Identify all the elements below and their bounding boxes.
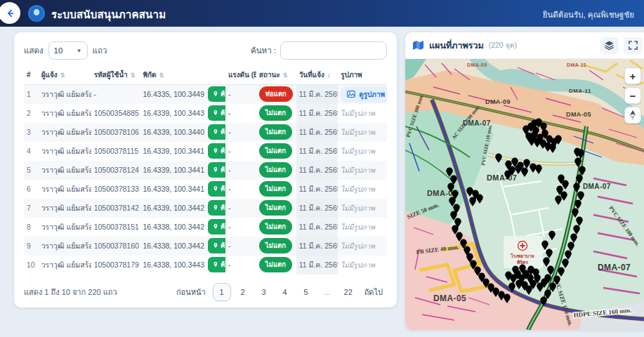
next-page-button[interactable]: ถัดไป xyxy=(360,283,387,301)
coordinates-value: 16.4339, 100.3441 xyxy=(143,147,204,155)
reporter-name: วราวุฒิ แย้มสร้อย xyxy=(39,85,91,104)
row-number: 7 xyxy=(24,199,39,218)
dma-label: DMA-05 xyxy=(566,111,591,118)
status-badge: ไม่แตก xyxy=(259,238,292,253)
column-header[interactable]: พิกัด⇅ xyxy=(140,66,225,85)
pagination: ก่อนหน้า12345...22ถัดไป xyxy=(172,283,387,301)
coordinates-cell: 16.4339, 100.3440ค้นหา xyxy=(140,123,225,142)
status-cell: ไม่แตก xyxy=(256,180,296,199)
water-user-code: 10500378160 xyxy=(91,237,140,256)
locate-button[interactable]: ค้นหา xyxy=(208,105,225,121)
view-images-label: ดูรูปภาพ (2) xyxy=(359,89,387,100)
status-badge: ไม่แตก xyxy=(259,219,292,234)
report-date: 11 มี.ค. 2569 xyxy=(296,218,338,237)
no-image-text: ไม่มีรูปภาพ xyxy=(341,128,375,136)
zoom-out-button[interactable]: − xyxy=(624,87,641,104)
page-number-button[interactable]: 2 xyxy=(234,283,252,301)
report-date: 11 มี.ค. 2569 xyxy=(296,161,338,180)
reporter-name: วราวุฒิ แย้มสร้อย xyxy=(39,161,91,180)
coordinates-value: 16.4339, 100.3442 xyxy=(143,204,204,212)
locate-button[interactable]: ค้นหา xyxy=(208,257,225,272)
coords-wrap: 16.4338, 100.3442ค้นหา xyxy=(143,238,223,253)
image-cell: ไม่มีรูปภาพ xyxy=(338,104,387,123)
report-date: 11 มี.ค. 2569 xyxy=(296,199,338,218)
fullscreen-button[interactable] xyxy=(624,37,643,54)
column-label: รหัสผู้ใช้น้ำ xyxy=(94,71,128,79)
status-badge: ไม่แตก xyxy=(259,143,292,159)
locate-button[interactable]: ค้นหา xyxy=(208,219,225,234)
locate-button[interactable]: ค้นหา xyxy=(208,86,225,102)
layers-button[interactable] xyxy=(600,37,619,54)
page-number-button[interactable]: 5 xyxy=(297,283,315,301)
locate-button[interactable]: ค้นหา xyxy=(208,181,225,197)
image-cell: ไม่มีรูปภาพ xyxy=(338,256,387,275)
page-number-button[interactable]: 22 xyxy=(339,283,357,301)
coordinates-cell: 16.4339, 100.3443ค้นหา xyxy=(140,104,225,123)
coordinates-value: 16.4338, 100.3442 xyxy=(143,242,204,250)
column-header[interactable]: ผู้แจ้ง⇅ xyxy=(39,66,91,85)
report-date: 11 มี.ค. 2569 xyxy=(296,142,338,161)
map-title: แผนที่ภาพรวม xyxy=(429,39,484,53)
dma-label: DMA-07 xyxy=(583,183,611,190)
reporter-name: วราวุฒิ แย้มสร้อย xyxy=(39,123,91,142)
page-size-select[interactable]: 10 ▼ xyxy=(48,41,88,60)
report-date: 11 มี.ค. 2569 xyxy=(296,256,338,275)
locate-button-label: ค้นหา xyxy=(221,164,225,175)
water-user-code: 10500378151 xyxy=(91,218,140,237)
image-cell: ไม่มีรูปภาพ xyxy=(338,237,387,256)
locate-button[interactable]: ค้นหา xyxy=(208,124,225,140)
view-images-button[interactable]: ดูรูปภาพ (2) xyxy=(341,86,387,103)
water-user-code: 10500378142 xyxy=(91,199,140,218)
hospital-marker: โรงพยาบาล พิจิตร xyxy=(504,236,543,268)
table-row: 8วราวุฒิ แย้มสร้อย1050037815116.4338, 10… xyxy=(24,218,387,237)
table-row: 1วราวุฒิ แย้มสร้อย-16.4335, 100.3449ค้นห… xyxy=(24,85,387,104)
reporter-name: วราวุฒิ แย้มสร้อย xyxy=(39,104,91,123)
page-number-button[interactable]: 4 xyxy=(276,283,294,301)
pressure-value: - xyxy=(225,256,256,275)
pagination-info: แสดง 1 ถึง 10 จาก 220 แถว xyxy=(24,286,117,298)
locate-button[interactable]: ค้นหา xyxy=(208,200,225,216)
map-pin-icon xyxy=(213,147,218,154)
table-row: 10วราวุฒิ แย้มสร้อย1050037817916.4338, 1… xyxy=(24,256,387,275)
map-render: โรงพยาบาล พิจิตร AC SIZE 100 mm.PVC SIZE… xyxy=(405,59,644,330)
page-number-button[interactable]: 3 xyxy=(255,283,273,301)
image-cell: ไม่มีรูปภาพ xyxy=(338,142,387,161)
map-canvas[interactable]: โรงพยาบาล พิจิตร AC SIZE 100 mm.PVC SIZE… xyxy=(405,59,644,330)
dma-label: DMA-07 xyxy=(598,263,631,272)
column-header[interactable]: สถานะ⇅ xyxy=(256,66,296,85)
column-header[interactable]: วันที่แจ้ง↓ xyxy=(296,66,338,85)
pressure-value: - xyxy=(225,161,256,180)
map-point-count: (220 จุด) xyxy=(489,39,517,51)
column-header[interactable]: รหัสผู้ใช้น้ำ⇅ xyxy=(91,66,140,85)
zoom-in-button[interactable]: + xyxy=(624,67,641,84)
layers-icon xyxy=(604,40,615,51)
coordinates-cell: 16.4339, 100.3441ค้นหา xyxy=(140,180,225,199)
coords-wrap: 16.4339, 100.3441ค้นหา xyxy=(143,143,223,159)
dma-label: DMA-11 xyxy=(569,88,591,94)
locate-button[interactable]: ค้นหา xyxy=(208,238,225,253)
row-number: 8 xyxy=(24,218,39,237)
pressure-value: - xyxy=(225,123,256,142)
previous-page-button[interactable]: ก่อนหน้า xyxy=(172,283,210,301)
locate-button[interactable]: ค้นหา xyxy=(208,143,225,159)
sort-icon: ⇅ xyxy=(131,72,136,79)
status-badge: ไม่แตก xyxy=(259,162,292,178)
column-label: พิกัด xyxy=(143,71,156,79)
no-image-text: ไม่มีรูปภาพ xyxy=(341,185,375,193)
compass-button[interactable] xyxy=(624,107,641,124)
map-pin-icon xyxy=(213,223,218,230)
coords-wrap: 16.4339, 100.3441ค้นหา xyxy=(143,181,223,197)
coordinates-cell: 16.4339, 100.3441ค้นหา xyxy=(140,142,225,161)
page-number-button[interactable]: 1 xyxy=(213,283,231,301)
search-input[interactable] xyxy=(280,41,387,60)
reporter-name: วราวุฒิ แย้มสร้อย xyxy=(39,180,91,199)
back-button[interactable] xyxy=(0,2,20,24)
status-badge: ไม่แตก xyxy=(259,257,292,272)
reporter-name: วราวุฒิ แย้มสร้อย xyxy=(39,237,91,256)
water-user-code: 10500378179 xyxy=(91,256,140,275)
pressure-value: - xyxy=(225,199,256,218)
reporter-name: วราวุฒิ แย้มสร้อย xyxy=(39,256,91,275)
locate-button[interactable]: ค้นหา xyxy=(208,162,225,178)
status-cell: ไม่แตก xyxy=(256,142,296,161)
fullscreen-icon xyxy=(629,41,638,50)
